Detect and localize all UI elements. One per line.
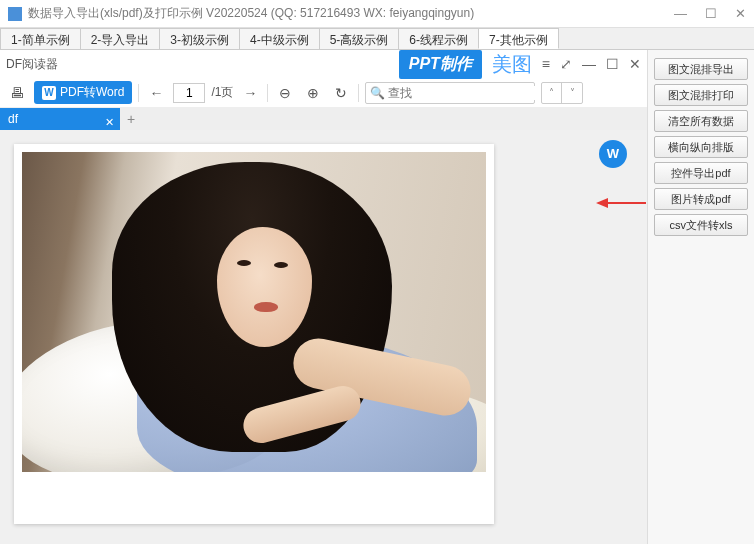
search-icon: 🔍 bbox=[370, 86, 385, 100]
search-box[interactable]: 🔍 bbox=[365, 82, 535, 104]
action-image-to-pdf[interactable]: 图片转成pdf bbox=[654, 188, 748, 210]
window-controls: — ☐ ✕ bbox=[674, 6, 746, 21]
tab-basic[interactable]: 3-初级示例 bbox=[159, 28, 240, 49]
page-number-input[interactable] bbox=[173, 83, 205, 103]
tab-import-export[interactable]: 2-导入导出 bbox=[80, 28, 161, 49]
document-viewport[interactable]: W bbox=[0, 130, 647, 544]
photo-content bbox=[22, 152, 486, 472]
action-mixed-export[interactable]: 图文混排导出 bbox=[654, 58, 748, 80]
action-csv-to-xls[interactable]: csv文件转xls bbox=[654, 214, 748, 236]
action-clear-all[interactable]: 清空所有数据 bbox=[654, 110, 748, 132]
rotate-icon[interactable]: ↻ bbox=[330, 82, 352, 104]
right-action-pane: 图文混排导出 图文混排打印 清空所有数据 横向纵向排版 控件导出pdf 图片转成… bbox=[648, 50, 754, 544]
pdf-to-word-label: PDF转Word bbox=[60, 84, 124, 101]
action-control-export-pdf[interactable]: 控件导出pdf bbox=[654, 162, 748, 184]
separator bbox=[138, 84, 139, 102]
document-page bbox=[14, 144, 494, 524]
minimize-button[interactable]: — bbox=[674, 6, 687, 21]
action-layout-orient[interactable]: 横向纵向排版 bbox=[654, 136, 748, 158]
next-page-icon[interactable]: → bbox=[239, 82, 261, 104]
reader-window-controls: ≡ ⤢ — ☐ ✕ bbox=[542, 56, 641, 72]
file-tabs: df ✕ + bbox=[0, 108, 647, 130]
app-icon bbox=[8, 7, 22, 21]
reader-close-button[interactable]: ✕ bbox=[629, 56, 641, 72]
tab-intermediate[interactable]: 4-中级示例 bbox=[239, 28, 320, 49]
search-nav: ˄ ˅ bbox=[541, 82, 583, 104]
close-button[interactable]: ✕ bbox=[735, 6, 746, 21]
file-tab-label: df bbox=[8, 112, 18, 126]
menu-icon[interactable]: ≡ bbox=[542, 56, 550, 72]
pdf-to-word-button[interactable]: W PDF转Word bbox=[34, 81, 132, 104]
action-mixed-print[interactable]: 图文混排打印 bbox=[654, 84, 748, 106]
search-prev-icon[interactable]: ˄ bbox=[542, 83, 562, 103]
zoom-out-icon[interactable]: ⊖ bbox=[274, 82, 296, 104]
tab-other[interactable]: 7-其他示例 bbox=[478, 28, 559, 49]
separator bbox=[267, 84, 268, 102]
meitu-badge[interactable]: 美图 bbox=[488, 51, 536, 78]
reader-title: DF阅读器 bbox=[6, 56, 393, 73]
print-icon[interactable]: 🖶 bbox=[6, 82, 28, 104]
titlebar: 数据导入导出(xls/pdf)及打印示例 V20220524 (QQ: 5172… bbox=[0, 0, 754, 28]
zoom-in-icon[interactable]: ⊕ bbox=[302, 82, 324, 104]
main-tabs: 1-简单示例 2-导入导出 3-初级示例 4-中级示例 5-高级示例 6-线程示… bbox=[0, 28, 754, 50]
file-tab[interactable]: df ✕ bbox=[0, 108, 120, 130]
separator bbox=[358, 84, 359, 102]
tab-thread[interactable]: 6-线程示例 bbox=[398, 28, 479, 49]
tab-advanced[interactable]: 5-高级示例 bbox=[319, 28, 400, 49]
reader-minimize-button[interactable]: — bbox=[582, 56, 596, 72]
maximize-button[interactable]: ☐ bbox=[705, 6, 717, 21]
add-file-tab-button[interactable]: + bbox=[120, 108, 142, 130]
prev-page-icon[interactable]: ← bbox=[145, 82, 167, 104]
window-title: 数据导入导出(xls/pdf)及打印示例 V20220524 (QQ: 5172… bbox=[28, 5, 674, 22]
main-area: DF阅读器 PPT制作 美图 ≡ ⤢ — ☐ ✕ 🖶 W PDF转Word ← … bbox=[0, 50, 754, 544]
left-pane: DF阅读器 PPT制作 美图 ≡ ⤢ — ☐ ✕ 🖶 W PDF转Word ← … bbox=[0, 50, 648, 544]
word-float-icon[interactable]: W bbox=[599, 140, 627, 168]
ppt-badge[interactable]: PPT制作 bbox=[399, 50, 482, 79]
tab-simple[interactable]: 1-简单示例 bbox=[0, 28, 81, 49]
pdf-toolbar: 🖶 W PDF转Word ← /1页 → ⊖ ⊕ ↻ 🔍 ˄ ˅ bbox=[0, 78, 647, 108]
reader-header: DF阅读器 PPT制作 美图 ≡ ⤢ — ☐ ✕ bbox=[0, 50, 647, 78]
search-input[interactable] bbox=[388, 86, 538, 100]
page-total-label: /1页 bbox=[211, 84, 233, 101]
reader-maximize-button[interactable]: ☐ bbox=[606, 56, 619, 72]
fullscreen-icon[interactable]: ⤢ bbox=[560, 56, 572, 72]
word-icon: W bbox=[42, 86, 56, 100]
search-next-icon[interactable]: ˅ bbox=[562, 83, 582, 103]
